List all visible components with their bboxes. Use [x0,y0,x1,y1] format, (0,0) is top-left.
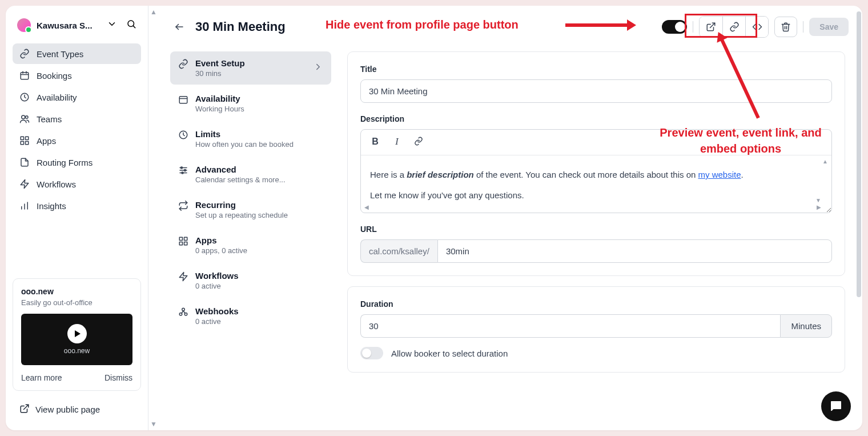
promo-video-label: ooo.new [64,347,90,355]
form-area: Title Description B I Here is [347,51,849,425]
bold-button[interactable]: B [370,137,380,148]
caret-down-icon: ▼ [150,420,157,428]
webhook-icon [178,307,188,317]
zap-icon [178,271,188,282]
delete-button[interactable] [774,17,797,37]
subnav-recurring[interactable]: RecurringSet up a repeating schedule [170,193,331,226]
svg-marker-33 [179,273,187,281]
svg-point-8 [26,116,29,119]
link-icon [19,49,30,59]
user-name: Kawusara S... [37,21,101,30]
annotation-arrow-1 [565,23,628,27]
allow-select-duration-label: Allow booker to select duration [391,349,508,358]
nav-event-types[interactable]: Event Types [13,43,141,64]
svg-line-1 [133,26,135,27]
repeat-icon [178,201,188,211]
promo-dismiss[interactable]: Dismiss [105,373,132,382]
nav-teams[interactable]: Teams [13,109,141,129]
external-link-icon [19,403,30,415]
svg-rect-20 [179,97,187,103]
svg-marker-13 [21,180,29,189]
svg-rect-32 [184,242,187,245]
svg-rect-9 [21,137,23,139]
promo-title: ooo.new [21,287,132,296]
triangle-left-icon: ◀ [364,204,369,210]
link-icon [178,59,188,69]
nav-bookings[interactable]: Bookings [13,65,141,86]
visibility-toggle[interactable] [662,20,687,34]
sidebar-resize-handle[interactable]: ▲ ▼ [148,6,159,430]
users-icon [19,114,30,124]
svg-line-17 [24,405,29,409]
triangle-right-icon: ▶ [817,204,821,210]
subnav-webhooks[interactable]: Webhooks0 active [170,299,331,333]
italic-button[interactable]: I [392,137,402,148]
grid-icon [19,135,30,146]
svg-rect-30 [184,237,187,240]
card-main: Title Description B I Here is [347,51,845,276]
svg-rect-12 [26,142,29,145]
svg-line-19 [710,23,715,27]
view-public-page[interactable]: View public page [13,398,141,421]
separator [693,21,693,33]
description-body[interactable]: Here is a brief description of the event… [361,155,831,213]
chat-fab[interactable] [821,391,851,421]
file-icon [19,157,30,167]
search-icon[interactable] [126,19,136,31]
description-label: Description [360,114,832,123]
back-button[interactable] [172,20,186,34]
caret-up-icon: ▲ [150,8,157,16]
subnav-limits[interactable]: LimitsHow often you can be booked [170,122,331,155]
svg-rect-10 [26,137,29,139]
promo-card: ooo.new Easily go out-of-office ooo.new … [13,278,141,391]
avatar [17,18,31,32]
settings-subnav: Event Setup30 mins AvailabilityWorking H… [163,51,333,425]
nav-insights[interactable]: Insights [13,195,141,216]
subnav-event-setup[interactable]: Event Setup30 mins [170,51,331,85]
subnav-availability[interactable]: AvailabilityWorking Hours [170,87,331,120]
subnav-apps[interactable]: Apps0 apps, 0 active [170,229,331,262]
nav-apps[interactable]: Apps [13,130,141,151]
nav-workflows[interactable]: Workflows [13,174,141,194]
svg-rect-29 [179,237,182,240]
svg-rect-31 [179,242,182,245]
promo-video[interactable]: ooo.new [21,314,132,365]
nav-routing-forms[interactable]: Routing Forms [13,152,141,173]
copy-link-button[interactable] [722,17,745,37]
url-prefix: cal.com/ksalley/ [360,239,437,263]
grid-icon [178,236,188,246]
separator [803,21,803,33]
desc-link[interactable]: my website [698,170,741,179]
card-duration: Duration Minutes Allow booker to select … [347,286,845,373]
subnav-advanced[interactable]: AdvancedCalendar settings & more... [170,158,331,191]
save-button[interactable]: Save [809,18,849,36]
user-menu[interactable]: Kawusara S... [13,15,141,35]
description-editor: B I Here is a brief description of the e… [360,129,832,213]
nav-availability[interactable]: Availability [13,87,141,107]
page-title: 30 Min Meeting [195,19,286,34]
svg-rect-2 [21,73,29,79]
duration-unit: Minutes [780,314,832,338]
chart-icon [19,201,30,211]
scrollbar[interactable] [855,11,861,425]
embed-button[interactable] [745,17,768,37]
duration-input[interactable] [360,314,780,338]
topbar: 30 Min Meeting Save [159,6,862,43]
svg-point-7 [22,115,25,119]
url-input[interactable] [437,239,832,263]
chevron-right-icon [313,62,323,74]
promo-learn-more[interactable]: Learn more [21,373,62,382]
action-group [699,16,769,38]
url-label: URL [360,225,832,234]
allow-select-duration-toggle[interactable] [360,347,383,359]
link-button[interactable] [413,137,424,148]
duration-label: Duration [360,299,832,309]
title-input[interactable] [360,79,832,103]
zap-icon [19,179,30,189]
calendar-icon [19,70,30,81]
promo-subtitle: Easily go out-of-office [21,298,132,307]
clock-icon [178,130,188,140]
subnav-workflows[interactable]: Workflows0 active [170,264,331,297]
calendar-icon [178,94,188,105]
title-label: Title [360,65,832,74]
